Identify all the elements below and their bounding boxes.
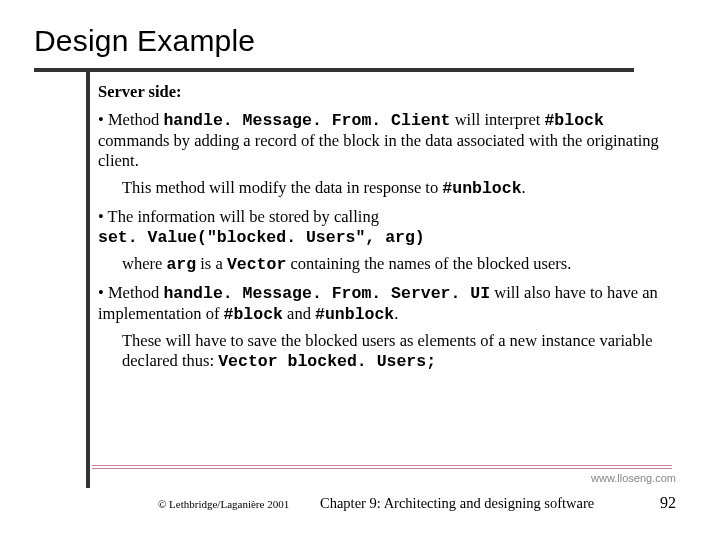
text: This method will modify the data in resp… (122, 178, 442, 197)
text: . (522, 178, 526, 197)
code: handle. Message. From. Client (163, 111, 450, 130)
bullet-mark: • (98, 283, 108, 302)
text: will interpret (451, 110, 545, 129)
chapter-text: Chapter 9: Architecting and designing so… (320, 495, 594, 512)
indent-item-2: where arg is a Vector containing the nam… (122, 254, 668, 275)
code: #block (224, 305, 283, 324)
code: #unblock (442, 179, 521, 198)
bullet-item-3: • Method handle. Message. From. Server. … (98, 283, 668, 325)
page-number: 92 (660, 494, 676, 512)
text: commands by adding a record of the block… (98, 131, 659, 170)
rule-vertical (86, 68, 90, 488)
code: Vector blocked. Users; (218, 352, 436, 371)
indent-item-3: These will have to save the blocked user… (122, 331, 668, 372)
copyright-text: © Lethbridge/Laganière 2001 (158, 498, 289, 510)
text: where (122, 254, 166, 273)
bullet-mark: • (98, 207, 108, 226)
code: #unblock (315, 305, 394, 324)
slide-title: Design Example (34, 24, 255, 58)
rule-horizontal-top (34, 68, 634, 72)
text: Method (108, 110, 163, 129)
rule-horizontal-bottom-1 (92, 465, 672, 466)
code: handle. Message. From. Server. UI (163, 284, 490, 303)
text: The information will be stored by callin… (108, 207, 379, 226)
subheading: Server side: (98, 82, 668, 102)
bullet-item-2: • The information will be stored by call… (98, 207, 668, 248)
code: set. Value("blocked. Users", arg) (98, 228, 425, 247)
text: and (283, 304, 315, 323)
indent-item-1: This method will modify the data in resp… (122, 178, 668, 199)
rule-horizontal-bottom-2 (92, 468, 672, 469)
text: . (394, 304, 398, 323)
text: Method (108, 283, 163, 302)
code: arg (166, 255, 196, 274)
slide: Design Example Server side: • Method han… (0, 0, 720, 540)
url-text: www.lloseng.com (591, 472, 676, 484)
content-area: Server side: • Method handle. Message. F… (98, 82, 668, 381)
text: containing the names of the blocked user… (286, 254, 571, 273)
code: #block (544, 111, 603, 130)
code: Vector (227, 255, 286, 274)
text: is a (196, 254, 227, 273)
bullet-item-1: • Method handle. Message. From. Client w… (98, 110, 668, 171)
bullet-mark: • (98, 110, 108, 129)
